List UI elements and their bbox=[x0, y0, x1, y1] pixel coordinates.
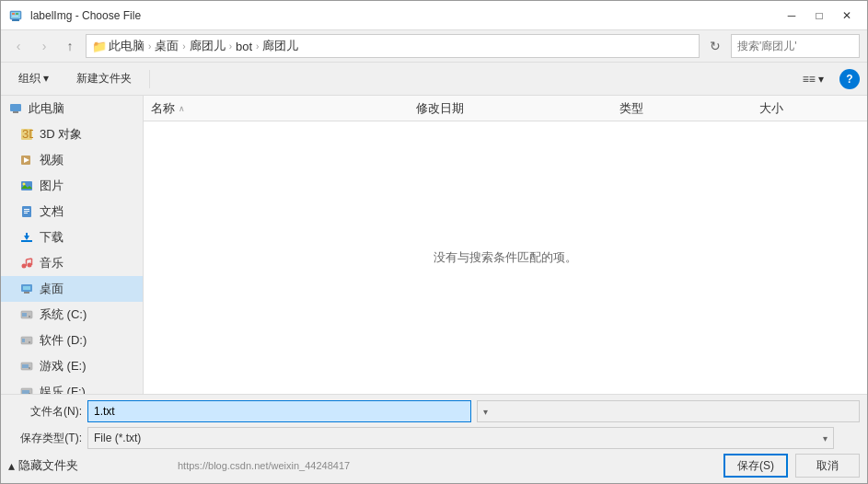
svg-rect-6 bbox=[10, 104, 21, 111]
new-folder-button[interactable]: 新建文件夹 bbox=[66, 66, 142, 92]
form-actions-right: 保存(S) 取消 bbox=[723, 454, 860, 478]
drive-c-icon bbox=[19, 307, 34, 322]
breadcrumb-item-bot[interactable]: bot › bbox=[236, 40, 260, 53]
filename-input[interactable] bbox=[87, 400, 471, 422]
sidebar-label-image: 图片 bbox=[40, 178, 64, 194]
sidebar-item-gameE[interactable]: 游戏 (E:) bbox=[1, 353, 143, 379]
sidebar-label-3d: 3D 对象 bbox=[40, 126, 82, 143]
svg-rect-33 bbox=[22, 339, 25, 342]
svg-rect-16 bbox=[24, 211, 29, 212]
breadcrumb-item-desktop[interactable]: 桌面 › bbox=[155, 38, 187, 54]
sidebar-label-desktop: 桌面 bbox=[40, 281, 64, 297]
file-list-body: 没有与搜索条件匹配的项。 bbox=[144, 121, 867, 394]
sidebar-label-entertF: 娱乐 (F:) bbox=[40, 384, 86, 394]
action-bar: 组织 ▾ 新建文件夹 ≡≡ ▾ ? bbox=[1, 63, 867, 96]
sidebar: 此电脑 3D 3D 对象 视频 bbox=[1, 96, 144, 394]
main-content: 此电脑 3D 3D 对象 视频 bbox=[1, 96, 867, 394]
svg-rect-28 bbox=[23, 286, 30, 290]
sidebar-label-gameE: 游戏 (E:) bbox=[40, 358, 87, 375]
hide-folders-label: 隐藏文件夹 bbox=[18, 457, 78, 474]
breadcrumb-item-folder1[interactable]: 廊团儿 › bbox=[190, 38, 234, 54]
organize-button[interactable]: 组织 ▾ bbox=[8, 66, 59, 92]
sidebar-label-doc: 文档 bbox=[40, 203, 64, 220]
search-box[interactable]: 🔍 bbox=[731, 34, 860, 58]
title-bar-left: labelImg - Choose File bbox=[8, 8, 141, 23]
svg-rect-5 bbox=[12, 16, 18, 17]
title-text: labelImg - Choose File bbox=[30, 9, 141, 22]
svg-point-31 bbox=[29, 316, 30, 317]
sidebar-item-computer[interactable]: 此电脑 bbox=[1, 96, 143, 121]
maximize-button[interactable]: □ bbox=[806, 6, 832, 25]
filename-dropdown-button[interactable]: ▾ bbox=[477, 400, 861, 422]
view-button[interactable]: ≡≡ ▾ bbox=[794, 66, 832, 92]
search-input[interactable] bbox=[737, 40, 868, 52]
svg-rect-30 bbox=[22, 313, 27, 317]
breadcrumb-item-current[interactable]: 廊团儿 bbox=[262, 38, 298, 54]
form-actions-left: ▴ 隐藏文件夹 https://blog.csdn.net/weixin_442… bbox=[8, 457, 350, 474]
sidebar-label-download: 下载 bbox=[40, 229, 64, 246]
sidebar-item-doc[interactable]: 文档 bbox=[1, 199, 143, 225]
svg-point-37 bbox=[29, 367, 30, 369]
svg-rect-27 bbox=[24, 292, 29, 294]
drive-d-icon bbox=[19, 333, 34, 348]
breadcrumb-item-computer[interactable]: 此电脑 › bbox=[109, 38, 153, 54]
filetype-dropdown[interactable]: File (*.txt) ▾ bbox=[87, 427, 834, 449]
sidebar-item-music[interactable]: 音乐 bbox=[1, 250, 143, 276]
computer-icon bbox=[8, 101, 23, 116]
col-type[interactable]: 类型 bbox=[612, 100, 752, 117]
sidebar-item-desktop[interactable]: 桌面 bbox=[1, 276, 143, 302]
svg-rect-7 bbox=[13, 111, 18, 113]
forward-button[interactable]: › bbox=[34, 36, 54, 56]
col-date[interactable]: 修改日期 bbox=[409, 100, 611, 117]
save-button[interactable]: 保存(S) bbox=[723, 454, 788, 478]
breadcrumb[interactable]: 📁 此电脑 › 桌面 › 廊团儿 › bot › 廊团儿 bbox=[86, 34, 700, 58]
col-size[interactable]: 大小 bbox=[752, 100, 867, 117]
col-name[interactable]: 名称 ∧ bbox=[144, 100, 409, 117]
filename-label: 文件名(N): bbox=[8, 404, 82, 420]
svg-rect-3 bbox=[12, 13, 15, 15]
refresh-button[interactable]: ↻ bbox=[705, 36, 725, 56]
sidebar-item-sysC[interactable]: 系统 (C:) bbox=[1, 302, 143, 328]
sidebar-item-image[interactable]: 图片 bbox=[1, 173, 143, 199]
svg-rect-15 bbox=[24, 209, 29, 210]
sidebar-item-softD[interactable]: 软件 (D:) bbox=[1, 328, 143, 353]
image-icon bbox=[19, 179, 34, 193]
dialog: labelImg - Choose File ─ □ ✕ ‹ › ↑ 📁 此电脑… bbox=[0, 0, 868, 484]
back-button[interactable]: ‹ bbox=[8, 36, 29, 56]
empty-message: 没有与搜索条件匹配的项。 bbox=[434, 249, 577, 266]
title-controls: ─ □ ✕ bbox=[779, 6, 860, 25]
sidebar-item-download[interactable]: 下载 bbox=[1, 225, 143, 250]
svg-line-25 bbox=[27, 259, 32, 259]
doc-icon bbox=[19, 204, 34, 219]
svg-rect-4 bbox=[16, 13, 18, 15]
svg-rect-12 bbox=[21, 181, 32, 190]
cancel-button[interactable]: 取消 bbox=[795, 454, 860, 478]
sidebar-item-video[interactable]: 视频 bbox=[1, 147, 143, 173]
close-button[interactable]: ✕ bbox=[834, 6, 860, 25]
title-bar: labelImg - Choose File ─ □ ✕ bbox=[1, 1, 867, 30]
toolbar-area: ‹ › ↑ 📁 此电脑 › 桌面 › 廊团儿 › bot › 廊 bbox=[1, 30, 867, 63]
file-list-header: 名称 ∧ 修改日期 类型 大小 bbox=[144, 96, 867, 121]
folder-icon: 📁 bbox=[92, 40, 107, 53]
filetype-row: 保存类型(T): File (*.txt) ▾ bbox=[8, 427, 860, 449]
sidebar-label-video: 视频 bbox=[40, 152, 64, 168]
svg-text:3D: 3D bbox=[22, 128, 33, 141]
bottom-area: 文件名(N): ▾ 保存类型(T): File (*.txt) ▾ ▴ 隐藏文件… bbox=[1, 394, 867, 483]
svg-rect-36 bbox=[22, 364, 29, 368]
minimize-button[interactable]: ─ bbox=[779, 6, 804, 25]
filetype-value: File (*.txt) bbox=[94, 432, 141, 444]
sidebar-item-entertF[interactable]: 娱乐 (F:) bbox=[1, 379, 143, 394]
up-button[interactable]: ↑ bbox=[60, 36, 80, 56]
help-button[interactable]: ? bbox=[839, 69, 860, 89]
separator bbox=[149, 70, 150, 88]
drive-f-icon bbox=[19, 385, 34, 394]
app-icon bbox=[8, 8, 23, 23]
music-icon bbox=[19, 256, 34, 271]
filename-row: 文件名(N): ▾ bbox=[8, 400, 860, 422]
sort-icon: ∧ bbox=[179, 104, 185, 113]
svg-rect-17 bbox=[24, 213, 28, 213]
sidebar-item-3d[interactable]: 3D 3D 对象 bbox=[1, 121, 143, 147]
footer-link: https://blog.csdn.net/weixin_44248417 bbox=[178, 460, 350, 471]
3d-icon: 3D bbox=[19, 127, 34, 142]
video-icon bbox=[19, 153, 34, 167]
